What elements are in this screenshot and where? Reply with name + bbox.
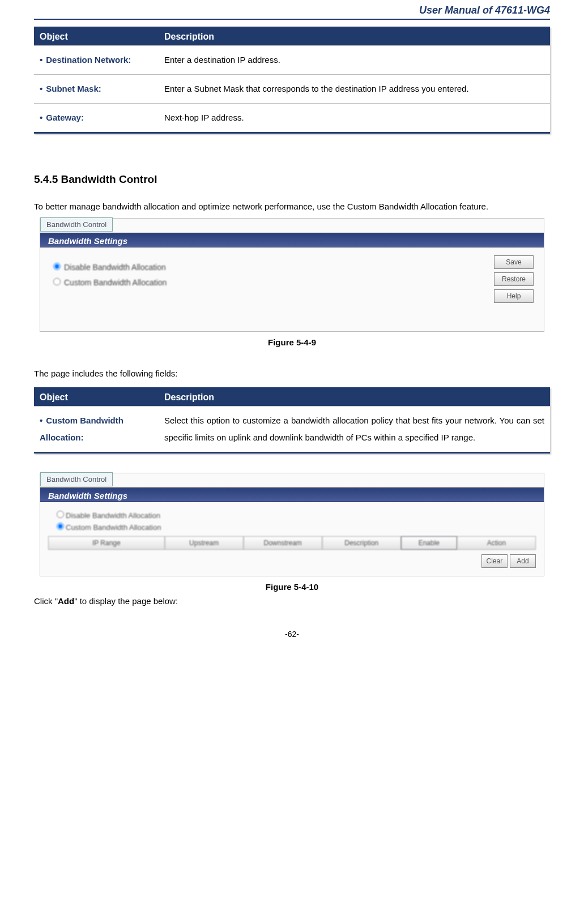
figure-caption-5-4-9: Figure 5-4-9 (34, 337, 550, 347)
radio-disable-input[interactable] (53, 263, 61, 270)
radio-custom-input[interactable] (57, 523, 64, 530)
screenshot-titlebar: Bandwidth Settings (40, 487, 544, 502)
col-downstream: Downstream (244, 536, 322, 550)
help-button[interactable]: Help (494, 289, 534, 303)
table2-header-description: Description (159, 388, 550, 407)
col-action: Action (457, 536, 536, 550)
table-row: •Destination Network: Enter a destinatio… (34, 46, 550, 75)
restore-button[interactable]: Restore (494, 272, 534, 286)
table2-row0-object: Custom Bandwidth Allocation: (40, 416, 123, 442)
table1-row2-description: Next-hop IP address. (159, 104, 550, 133)
radio-disable-bandwidth[interactable]: Disable Bandwidth Allocation (50, 259, 488, 274)
screenshot-bandwidth-settings-1: Bandwidth Control Bandwidth Settings Dis… (40, 218, 544, 332)
figure-caption-5-4-10: Figure 5-4-10 (34, 582, 550, 592)
col-description: Description (322, 536, 401, 550)
save-button[interactable]: Save (494, 255, 534, 269)
section-heading-5-4-5: 5.4.5 Bandwidth Control (34, 173, 550, 186)
fields-intro-paragraph: The page includes the following fields: (34, 364, 550, 383)
click-add-paragraph: Click "Add" to display the page below: (34, 595, 550, 607)
table1-row1-object: Subnet Mask: (46, 84, 101, 93)
screenshot-tab: Bandwidth Control (40, 472, 113, 486)
screenshot-tab: Bandwidth Control (40, 217, 113, 232)
radio-custom-bandwidth[interactable]: Custom Bandwidth Allocation (50, 274, 488, 289)
document-page: User Manual of 47611-WG4 Object Descript… (0, 0, 584, 661)
object-description-table-2: Object Description •Custom Bandwidth All… (34, 387, 550, 454)
table-row: •Subnet Mask: Enter a Subnet Mask that c… (34, 75, 550, 104)
screenshot-bandwidth-settings-2: Bandwidth Control Bandwidth Settings Dis… (40, 473, 544, 576)
table1-row0-description: Enter a destination IP address. (159, 46, 550, 75)
page-header-title: User Manual of 47611-WG4 (34, 0, 550, 20)
radio-disable-input[interactable] (57, 511, 64, 518)
radio-disable-bandwidth[interactable]: Disable Bandwidth Allocation (54, 509, 536, 520)
table1-row0-object: Destination Network: (46, 55, 131, 65)
table-row: •Gateway: Next-hop IP address. (34, 104, 550, 133)
col-upstream: Upstream (165, 536, 244, 550)
table-row: •Custom Bandwidth Allocation: Select thi… (34, 407, 550, 453)
table2-header-object: Object (34, 388, 159, 407)
bandwidth-table-header: IP Range Upstream Downstream Description… (48, 536, 536, 550)
screenshot-titlebar: Bandwidth Settings (40, 233, 544, 247)
table2-row0-description: Select this option to customize a bandwi… (159, 407, 550, 453)
table1-row2-object: Gateway: (46, 113, 84, 122)
col-ip-range: IP Range (48, 536, 165, 550)
table1-header-description: Description (159, 28, 550, 46)
col-enable[interactable]: Enable (401, 536, 457, 550)
section-intro-paragraph: To better manage bandwidth allocation an… (34, 197, 550, 216)
object-description-table-1: Object Description •Destination Network:… (34, 27, 550, 134)
radio-custom-bandwidth[interactable]: Custom Bandwidth Allocation (54, 520, 536, 532)
table1-header-object: Object (34, 28, 159, 46)
page-number: -62- (34, 630, 550, 639)
radio-custom-input[interactable] (53, 278, 61, 285)
add-button[interactable]: Add (510, 554, 536, 568)
clear-button[interactable]: Clear (481, 554, 508, 568)
table1-row1-description: Enter a Subnet Mask that corresponds to … (159, 75, 550, 104)
